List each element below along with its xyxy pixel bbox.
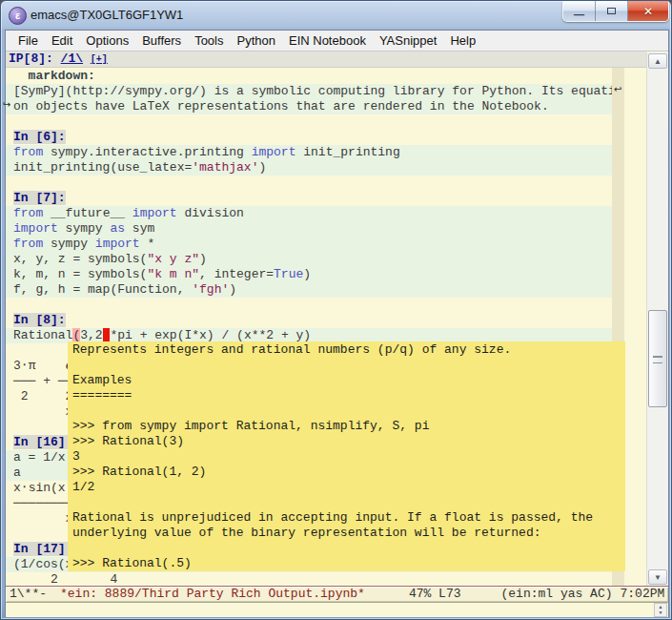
menu-python[interactable]: Python <box>230 33 281 48</box>
text-segment: , integer= <box>199 267 274 281</box>
text-segment: 'mathjax' <box>192 160 258 175</box>
text-segment: sympy.interactive.printing <box>43 145 251 159</box>
text-segment: from <box>13 206 43 220</box>
modeline-position: 47% L73 <box>409 587 461 601</box>
minimize-icon: — <box>574 10 584 18</box>
buffer-line[interactable]: f, g, h = map(Function, 'fgh') <box>6 282 612 298</box>
emacs-window: ε emacs@TX0GLT6GF1YW1 — ✕ FileEditOption… <box>0 0 672 620</box>
text-segment: "x y z" <box>147 252 199 266</box>
text-segment: init_printing <box>295 145 399 159</box>
buffer-line[interactable] <box>6 298 612 313</box>
cell-prompt: In [16]: <box>13 435 72 449</box>
text-segment <box>13 69 29 83</box>
text-segment: as <box>110 221 125 236</box>
window-title: emacs@TX0GLT6GF1YW1 <box>31 8 183 22</box>
kernel-indicator: IP[8]: <box>9 52 61 66</box>
text-segment: * <box>140 237 155 251</box>
scrollbar-grip <box>653 356 662 363</box>
text-segment: True <box>274 267 303 281</box>
modeline-buffer-name[interactable]: *ein: 8889/Third Party Rich Output.ipynb… <box>60 587 365 601</box>
text-segment: from <box>13 145 43 159</box>
text-segment: division <box>177 206 244 220</box>
add-worksheet-link[interactable]: [+] <box>91 54 108 65</box>
text-segment: *pi + exp(I*x) / (x**2 + y) <box>110 328 311 342</box>
buffer-line[interactable]: [SymPy](http://sympy.org/) is a symbolic… <box>6 84 612 99</box>
text-segment: ─── + ── <box>13 374 72 388</box>
text-segment: 'fgh' <box>192 282 229 297</box>
mode-line[interactable]: 1\**-*ein: 8889/Third Party Rich Output.… <box>6 586 668 603</box>
text-segment: from <box>13 237 43 251</box>
text-segment: ) <box>258 160 266 175</box>
buffer-line[interactable]: on objects have LaTeX representations th… <box>6 99 612 114</box>
menu-edit[interactable]: Edit <box>45 33 79 48</box>
menu-file[interactable]: File <box>11 33 45 48</box>
menu-ein-notebook[interactable]: EIN Notebook <box>282 33 373 48</box>
header-spacer <box>83 52 91 66</box>
window-controls: — ✕ <box>562 1 669 22</box>
buffer-line[interactable] <box>6 114 612 130</box>
tooltip-line: ======== <box>72 388 625 403</box>
mini-scroll-down-icon[interactable]: ▼ <box>655 610 666 615</box>
title-bar[interactable]: ε emacs@TX0GLT6GF1YW1 — ✕ <box>1 1 672 30</box>
minimize-button[interactable]: — <box>563 1 596 21</box>
emacs-logo-icon: ε <box>9 7 27 25</box>
text-segment: markdown: <box>29 69 95 83</box>
text-segment: 2 4 <box>13 572 117 586</box>
menu-bar: FileEditOptionsBuffersToolsPythonEIN Not… <box>6 31 668 52</box>
scroll-down-arrow[interactable]: ▼ <box>648 569 667 585</box>
maximize-button[interactable] <box>596 1 628 21</box>
scrollbar-thumb[interactable] <box>648 310 667 407</box>
tooltip-line: Examples <box>72 373 625 388</box>
buffer-line[interactable] <box>6 176 612 191</box>
notebook-header-line: IP[8]: /1\ [+] <box>6 52 646 68</box>
buffer-line[interactable]: from __future__ import division <box>6 206 612 221</box>
text-segment: x⋅sin(x) <box>13 481 72 495</box>
tooltip-line: Represents integers and rational numbers… <box>72 342 625 358</box>
menu-help[interactable]: Help <box>443 33 482 48</box>
modeline-minor-modes[interactable]: (ein:ml yas AC) <box>500 587 612 601</box>
minibuffer-scrollbar[interactable]: ▲ ▼ <box>654 603 667 617</box>
tooltip-line: >>> Rational(.5) <box>72 556 625 571</box>
close-icon: ✕ <box>643 5 653 18</box>
menu-buffers[interactable]: Buffers <box>135 33 188 48</box>
buffer-line[interactable]: import sympy as sym <box>6 221 612 237</box>
text-segment: k, m, n = symbols( <box>13 267 147 281</box>
buffer-line[interactable]: 2 4 <box>6 572 612 586</box>
text-segment: sympy <box>58 221 111 236</box>
scroll-up-arrow[interactable]: ▲ <box>648 53 667 69</box>
text-segment: import <box>132 206 177 220</box>
tooltip-line <box>72 541 625 556</box>
modeline-clock: 7:02PM <box>621 587 665 601</box>
text-segment: ) <box>199 252 207 266</box>
text-segment: import <box>95 237 140 251</box>
text-segment: ) <box>303 267 311 281</box>
vertical-scrollbar[interactable]: ▲ ▼ <box>646 52 668 586</box>
buffer-line[interactable]: markdown: <box>6 69 612 84</box>
echo-area[interactable]: ▲ ▼ <box>6 603 668 617</box>
tooltip-line <box>72 358 625 373</box>
text-segment: (1/cos(x <box>13 557 72 571</box>
buffer-line[interactable]: In [7]: <box>6 191 612 206</box>
text-segment: 2 2 <box>13 389 72 403</box>
buffer-line[interactable]: init_printing(use_latex='mathjax') <box>6 160 612 176</box>
text-segment: 3⋅π ℯ <box>13 359 72 373</box>
worksheet-link[interactable]: /1\ <box>61 52 83 66</box>
menu-tools[interactable]: Tools <box>188 33 230 48</box>
text-segment: Rational <box>13 328 72 342</box>
buffer-line[interactable]: In [6]: <box>6 130 612 145</box>
buffer-line[interactable]: x, y, z = symbols("x y z") <box>6 252 612 267</box>
line-wrap-icon: ↩ <box>614 85 621 94</box>
menu-yasnippet[interactable]: YASnippet <box>373 33 443 48</box>
text-segment: import <box>13 221 58 236</box>
buffer-line[interactable]: k, m, n = symbols("k m n", integer=True) <box>6 267 612 282</box>
buffer-line[interactable]: from sympy.interactive.printing import i… <box>6 145 612 160</box>
buffer-line[interactable]: from sympy import * <box>6 237 612 252</box>
close-button[interactable]: ✕ <box>628 1 668 21</box>
menu-options[interactable]: Options <box>79 33 135 48</box>
frame-client-area: FileEditOptionsBuffersToolsPythonEIN Not… <box>5 30 669 617</box>
cell-prompt: In [17]: <box>13 542 72 556</box>
tooltip-line: >>> Rational(1, 2) <box>72 465 625 480</box>
buffer-line[interactable]: In [8]: <box>6 313 612 328</box>
text-segment: import <box>252 145 296 159</box>
text-segment: x <box>13 511 72 526</box>
